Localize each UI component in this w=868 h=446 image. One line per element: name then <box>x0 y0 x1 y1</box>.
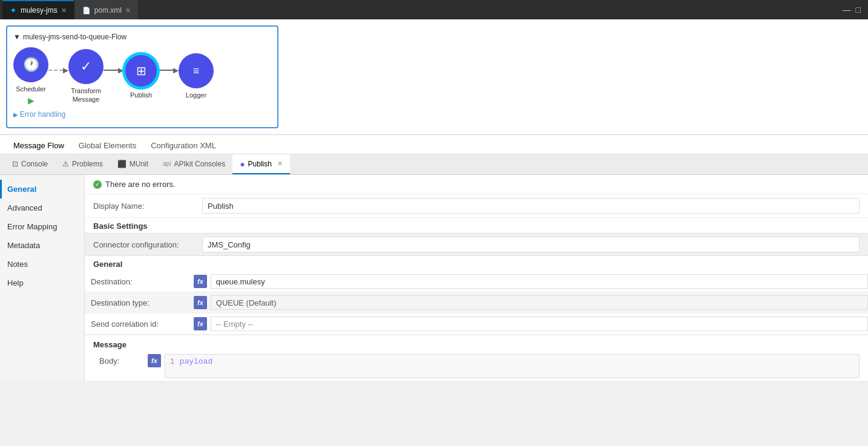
destination-type-row: Destination type: fx <box>85 292 868 313</box>
tab-publish-label: Publish <box>248 160 272 168</box>
node-logger[interactable]: ≡ Logger <box>179 53 214 99</box>
window-controls: — □ <box>843 5 866 15</box>
publish-icon: ⊞ <box>136 64 146 78</box>
arrow-2: ▶ <box>104 66 123 74</box>
correlation-id-input[interactable] <box>211 316 868 331</box>
connector-config-row: Connector configuration: <box>85 233 868 256</box>
general-section-header: General <box>85 256 868 271</box>
sidebar-item-advanced[interactable]: Advanced <box>0 198 84 217</box>
maximize-button[interactable]: □ <box>856 5 861 15</box>
body-fx-button[interactable]: fx <box>148 354 161 367</box>
scheduler-icon: 🕐 <box>23 57 39 73</box>
flow-nodes: 🕐 Scheduler ▶ ▶ ✓ Transform Message ▶ <box>13 47 269 105</box>
body-line-number: 1 <box>170 357 175 366</box>
correlation-id-label: Send correlation id: <box>85 320 194 329</box>
tab-mulesyjms[interactable]: ✦ mulesy-jms ✕ <box>2 0 74 19</box>
destination-label: Destination: <box>85 277 194 286</box>
arrow-1: ▶ <box>48 66 68 74</box>
tab-problems[interactable]: ⚠ Problems <box>55 154 110 174</box>
body-code-area[interactable]: 1payload <box>165 354 860 378</box>
destination-type-label: Destination type: <box>85 298 194 307</box>
correlation-id-fx-button[interactable]: fx <box>194 317 207 330</box>
subnav-configxml[interactable]: Configuration XML <box>143 139 223 154</box>
minimize-button[interactable]: — <box>843 5 851 15</box>
console-icon: ⊡ <box>12 160 18 168</box>
arrow-3: ▶ <box>159 66 179 74</box>
message-section-header: Message <box>85 335 868 352</box>
subnav-messageflow[interactable]: Message Flow <box>6 139 71 154</box>
tab-munit-label: MUnit <box>130 160 148 168</box>
sidebar-item-notes[interactable]: Notes <box>0 255 84 274</box>
destination-input[interactable] <box>211 274 868 289</box>
munit-icon: ⬛ <box>117 160 127 168</box>
green-check-icon: ✓ <box>93 180 102 189</box>
display-name-row: Display Name: <box>85 194 868 218</box>
tab-console-label: Console <box>21 160 48 168</box>
error-handling[interactable]: Error handling <box>13 110 269 119</box>
problems-icon: ⚠ <box>62 160 69 168</box>
destination-type-input[interactable] <box>211 295 868 310</box>
mule-icon: ✦ <box>10 5 17 15</box>
top-tab-bar: ✦ mulesy-jms ✕ 📄 pom.xml ✕ — □ <box>0 0 868 19</box>
close-publish-tab-icon[interactable]: ✕ <box>277 160 283 168</box>
flow-title: ▼ mulesy-jms-send-to-queue-Flow <box>13 33 269 41</box>
scheduler-label: Scheduler <box>16 85 46 93</box>
right-content: ✓ There are no errors. Display Name: Bas… <box>85 175 868 381</box>
transform-icon: ✓ <box>81 59 91 74</box>
scheduler-sublabel: ▶ <box>28 96 35 105</box>
body-row: Body: fx 1payload <box>85 352 868 381</box>
tab-apikit-label: APIkit Consoles <box>174 160 225 168</box>
logger-circle: ≡ <box>179 53 214 88</box>
close-mulesyjms-icon[interactable]: ✕ <box>61 7 67 15</box>
destination-row: Destination: fx <box>85 271 868 292</box>
transform-label: Transform Message <box>71 87 101 104</box>
body-code-value: payload <box>180 357 213 366</box>
display-name-label: Display Name: <box>93 202 202 211</box>
publish-label: Publish <box>130 91 152 99</box>
sidebar-item-help[interactable]: Help <box>0 274 84 292</box>
publish-circle: ⊞ <box>123 53 159 88</box>
basic-settings-header: Basic Settings <box>85 218 868 233</box>
bottom-panel: ⊡ Console ⚠ Problems ⬛ MUnit api APIkit … <box>0 154 868 381</box>
sidebar-item-errormapping[interactable]: Error Mapping <box>0 217 84 236</box>
tab-munit[interactable]: ⬛ MUnit <box>110 154 156 174</box>
sub-nav: Message Flow Global Elements Configurati… <box>0 135 868 154</box>
no-errors-text: There are no errors. <box>105 180 176 189</box>
tab-pomxml-label: pom.xml <box>94 6 122 15</box>
node-scheduler[interactable]: 🕐 Scheduler ▶ <box>13 47 48 105</box>
tab-publish[interactable]: ● Publish ✕ <box>232 154 290 174</box>
body-label: Body: <box>93 354 148 366</box>
tab-problems-label: Problems <box>72 160 103 168</box>
bottom-tabs: ⊡ Console ⚠ Problems ⬛ MUnit api APIkit … <box>0 154 868 175</box>
flow-collapse-icon[interactable]: ▼ <box>13 33 21 41</box>
left-sidebar: General Advanced Error Mapping Metadata … <box>0 175 85 381</box>
destination-type-fx-button[interactable]: fx <box>194 296 207 309</box>
destination-fx-button[interactable]: fx <box>194 275 207 288</box>
canvas-area: ▼ mulesy-jms-send-to-queue-Flow 🕐 Schedu… <box>0 19 868 135</box>
flow-title-text: mulesy-jms-send-to-queue-Flow <box>23 33 127 41</box>
tab-apikit[interactable]: api APIkit Consoles <box>156 154 232 174</box>
connector-config-label: Connector configuration: <box>93 240 202 249</box>
main-split: General Advanced Error Mapping Metadata … <box>0 175 868 381</box>
scheduler-circle: 🕐 <box>13 47 48 82</box>
tab-pomxml[interactable]: 📄 pom.xml ✕ <box>75 0 138 19</box>
logger-icon: ≡ <box>193 65 200 77</box>
sidebar-item-general[interactable]: General <box>0 180 84 198</box>
connector-config-input[interactable] <box>202 237 860 252</box>
flow-container: ▼ mulesy-jms-send-to-queue-Flow 🕐 Schedu… <box>6 25 278 128</box>
tab-console[interactable]: ⊡ Console <box>5 154 55 174</box>
tab-mulesyjms-label: mulesy-jms <box>21 6 58 15</box>
xml-icon: 📄 <box>82 7 91 15</box>
node-publish[interactable]: ⊞ Publish <box>123 53 159 99</box>
apikit-icon: api <box>163 160 171 167</box>
logger-label: Logger <box>186 91 206 99</box>
sidebar-item-metadata[interactable]: Metadata <box>0 236 84 255</box>
close-pomxml-icon[interactable]: ✕ <box>125 7 131 15</box>
correlation-id-row: Send correlation id: fx <box>85 313 868 335</box>
display-name-input[interactable] <box>202 198 860 214</box>
publish-tab-icon: ● <box>240 159 245 169</box>
subnav-globalelements[interactable]: Global Elements <box>71 139 143 154</box>
node-transform[interactable]: ✓ Transform Message <box>68 49 104 104</box>
no-errors-banner: ✓ There are no errors. <box>85 175 868 194</box>
transform-circle: ✓ <box>68 49 104 84</box>
